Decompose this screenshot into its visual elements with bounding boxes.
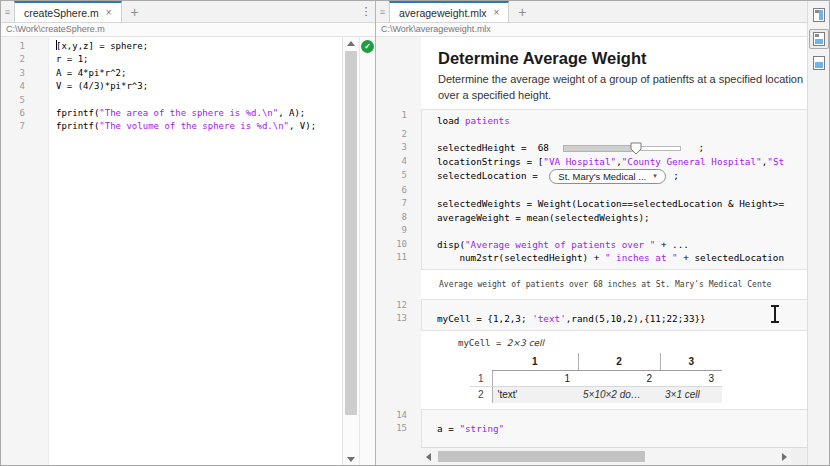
scroll-left-button[interactable] xyxy=(421,448,435,465)
pane-grip-icon[interactable]: ≡ xyxy=(376,1,389,22)
row-header: 1 xyxy=(470,371,492,387)
right-tab-bar: ≡ averageweight.mlx × + ⋮ xyxy=(376,1,829,23)
right-editor-pane: ≡ averageweight.mlx × + ⋮ C:\Work\averag… xyxy=(376,1,829,465)
new-tab-button[interactable]: + xyxy=(509,1,535,22)
line-number xyxy=(376,71,421,103)
line-number: 3 xyxy=(376,141,421,155)
code-line[interactable]: a = "string" xyxy=(421,422,813,436)
left-tab-bar: ≡ createSphere.m × + ⋮ xyxy=(1,1,375,23)
code-editor[interactable]: 1234567 [x,y,z] = sphere;r = 1;A = 4*pi*… xyxy=(1,37,375,465)
live-editor-view-controls xyxy=(807,1,829,465)
gutter-corner xyxy=(376,447,421,465)
code-line[interactable]: disp("Average weight of patients over " … xyxy=(421,238,813,252)
code-line[interactable]: r = 1; xyxy=(56,53,342,66)
scrollbar-thumb[interactable] xyxy=(438,451,645,462)
code-line[interactable]: averageWeight = mean(selectedWeights); xyxy=(421,211,813,225)
line-number: 12 xyxy=(376,299,421,313)
tab-createsphere-m[interactable]: createSphere.m × xyxy=(14,1,122,22)
column-header: 3 xyxy=(660,353,722,371)
line-number: 14 xyxy=(376,409,421,423)
slider-filled-track xyxy=(563,145,636,152)
scrollbar-thumb[interactable] xyxy=(345,51,357,415)
line-number: 6 xyxy=(376,184,421,198)
cell-array-table: 12311232'text'5×10×2 do…3×1 cell xyxy=(470,353,722,403)
height-slider[interactable] xyxy=(563,142,681,155)
left-file-path: C:\Work\createSphere.m xyxy=(1,23,375,37)
view-output-on-right-button[interactable] xyxy=(809,5,829,25)
code-line[interactable] xyxy=(421,436,813,448)
line-number: 4 xyxy=(376,155,421,169)
table-cell: 1 xyxy=(492,371,578,387)
code-area[interactable]: [x,y,z] = sphere;r = 1;A = 4*pi*r^2;V = … xyxy=(49,37,342,465)
doc-title: Determine Average Weight xyxy=(438,45,813,71)
code-line[interactable] xyxy=(421,409,813,423)
right-file-path: C:\Work\averageweight.mlx xyxy=(376,23,829,37)
tab-label: averageweight.mlx xyxy=(399,7,487,19)
code-line[interactable]: fprintf("The volume of the sphere is %d.… xyxy=(56,120,342,133)
code-line[interactable]: locationStrings = ["VA Hospital","County… xyxy=(421,155,813,169)
column-header: 1 xyxy=(492,353,578,371)
tab-label: createSphere.m xyxy=(24,7,99,19)
tab-close-icon[interactable]: × xyxy=(494,7,500,18)
scroll-up-button[interactable] xyxy=(343,37,359,49)
line-number xyxy=(376,45,421,71)
table-cell: 'text' xyxy=(492,387,578,403)
row-header: 2 xyxy=(470,387,492,403)
output-variable-label: myCell = 2×3 cell xyxy=(458,337,813,350)
table-cell: 3 xyxy=(660,371,722,387)
new-tab-button[interactable]: + xyxy=(122,1,148,22)
pane-grip-icon[interactable]: ≡ xyxy=(1,1,14,22)
code-line[interactable] xyxy=(421,184,813,198)
table-cell: 3×1 cell xyxy=(660,387,722,403)
code-ok-check-icon[interactable]: ✓ xyxy=(361,40,374,53)
code-line[interactable]: selectedLocation = St. Mary's Medical ..… xyxy=(421,169,813,184)
code-line[interactable] xyxy=(421,224,813,238)
matlab-editor-window: ≡ createSphere.m × + ⋮ C:\Work\createSph… xyxy=(0,0,830,466)
left-vertical-scrollbar[interactable] xyxy=(342,37,359,465)
ibeam-cursor xyxy=(770,305,779,323)
live-editor-document[interactable]: Determine Average WeightDetermine the av… xyxy=(376,37,813,447)
code-line[interactable]: A = 4*pi*r^2; xyxy=(56,67,342,80)
tab-averageweight-mlx[interactable]: averageweight.mlx × xyxy=(389,1,509,22)
code-line[interactable]: V = (4/3)*pi*r^3; xyxy=(56,80,342,93)
line-number: 11 xyxy=(376,251,421,270)
scroll-right-button[interactable] xyxy=(777,448,791,465)
line-number: 9 xyxy=(376,224,421,238)
code-line[interactable] xyxy=(56,94,342,107)
output-on-right-icon xyxy=(813,8,825,22)
location-dropdown[interactable]: St. Mary's Medical ...▾ xyxy=(549,169,665,184)
table-cell: 5×10×2 do… xyxy=(578,387,660,403)
code-line[interactable]: fprintf("The area of the sphere is %d.\n… xyxy=(56,107,342,120)
view-output-inline-button[interactable] xyxy=(809,29,829,49)
scroll-down-button[interactable] xyxy=(343,453,359,465)
line-number: 7 xyxy=(1,120,25,133)
code-line[interactable]: load patients xyxy=(421,109,813,128)
line-number: 7 xyxy=(376,197,421,211)
tab-close-icon[interactable]: × xyxy=(106,7,112,18)
doc-intro: Determine the average weight of a group … xyxy=(421,71,813,103)
output-inline-icon xyxy=(813,32,825,46)
horizontal-scrollbar[interactable] xyxy=(421,447,791,465)
horizontal-scrollbar-row xyxy=(376,447,829,465)
line-number xyxy=(376,335,421,405)
table-row: 2'text'5×10×2 do…3×1 cell xyxy=(470,387,722,403)
left-tab-bar-menu-button[interactable]: ⋮ xyxy=(357,1,375,22)
line-number: 4 xyxy=(1,80,25,93)
code-line[interactable]: myCell = {1,2,3; 'text',rand(5,10,2),{11… xyxy=(421,312,813,331)
view-hide-code-button[interactable] xyxy=(809,53,829,73)
message-indicator-bar: ✓ xyxy=(359,37,375,465)
code-line[interactable] xyxy=(421,128,813,142)
line-number xyxy=(376,37,421,45)
live-editor[interactable]: Determine Average WeightDetermine the av… xyxy=(376,37,829,447)
hide-code-icon xyxy=(813,56,825,70)
code-line[interactable] xyxy=(421,299,813,313)
line-number: 8 xyxy=(376,211,421,225)
line-number: 6 xyxy=(1,107,25,120)
code-line[interactable]: selectedHeight = 68 ; xyxy=(421,141,813,155)
code-line[interactable]: num2str(selectedHeight) + " inches at " … xyxy=(421,251,813,270)
slider-thumb[interactable] xyxy=(630,142,642,155)
code-line[interactable]: [x,y,z] = sphere; xyxy=(56,40,342,53)
output-area: Average weight of patients over 68 inche… xyxy=(421,274,813,295)
tab-bar-spacer xyxy=(535,1,811,22)
code-line[interactable]: selectedWeights = Weight(Location==selec… xyxy=(421,197,813,211)
